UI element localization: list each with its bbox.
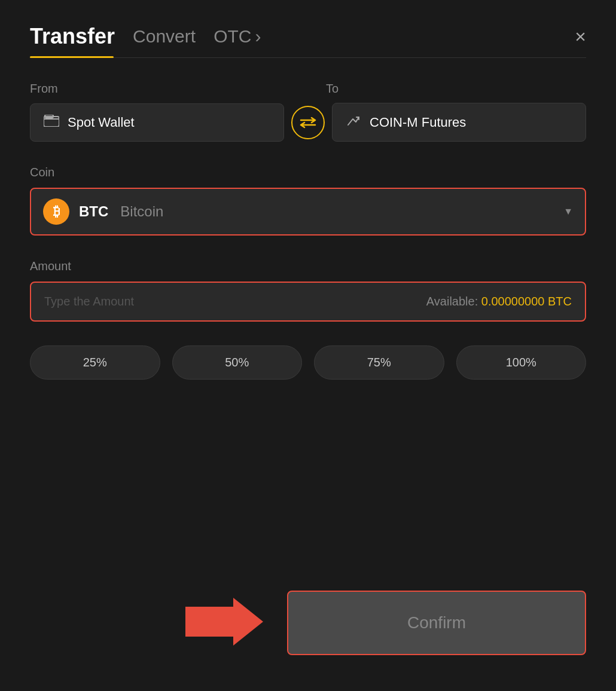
from-wallet-selector[interactable]: Spot Wallet [30,103,284,142]
to-wallet-selector[interactable]: COIN-M Futures [332,103,586,142]
from-wallet-text: Spot Wallet [68,115,135,130]
swap-button[interactable] [291,106,325,139]
percent-100-button[interactable]: 100% [456,346,587,380]
to-wallet-text: COIN-M Futures [370,115,466,130]
available-value: 0.00000000 BTC [481,295,572,308]
wallet-icon [44,115,59,130]
coin-selector[interactable]: ₿ BTC Bitcoin ▼ [30,188,586,236]
amount-section: Amount Type the Amount Available: 0.0000… [30,259,586,322]
tab-transfer[interactable]: Transfer [30,24,133,49]
swap-btn-container [284,106,332,139]
percent-75-button[interactable]: 75% [314,346,444,380]
tab-convert[interactable]: Convert [133,26,214,47]
confirm-button[interactable]: Confirm [287,591,586,655]
coin-label: Coin [30,166,586,179]
confirm-section: Confirm [30,591,586,655]
red-arrow-icon [185,592,263,652]
coin-symbol: BTC [79,203,108,220]
coin-chevron-down-icon: ▼ [563,206,573,217]
btc-icon: ₿ [43,198,69,225]
from-to-row: Spot Wallet COIN-M Futures [30,103,586,142]
amount-input-box[interactable]: Type the Amount Available: 0.00000000 BT… [30,282,586,322]
from-label: From [30,82,290,96]
tab-otc[interactable]: OTC › [214,26,261,47]
transfer-modal: Transfer Convert OTC › × From To [0,0,616,691]
futures-icon [346,114,361,130]
amount-label: Amount [30,259,586,273]
coin-fullname: Bitcoin [120,203,163,220]
available-text: Available: 0.00000000 BTC [426,295,572,308]
tab-underline-active [30,56,114,58]
to-label: To [326,82,586,96]
arrow-indicator [185,592,263,654]
modal-header: Transfer Convert OTC › × [30,24,586,49]
percent-row: 25% 50% 75% 100% [30,346,586,380]
from-to-section: From To Spot Wallet [30,82,586,142]
from-to-labels: From To [30,82,586,96]
svg-marker-2 [185,598,263,646]
percent-25-button[interactable]: 25% [30,346,160,380]
percent-50-button[interactable]: 50% [172,346,303,380]
close-button[interactable]: × [575,27,586,46]
amount-placeholder: Type the Amount [44,295,134,308]
otc-chevron-icon: › [255,26,261,47]
tab-underline [30,56,586,58]
coin-section: Coin ₿ BTC Bitcoin ▼ [30,166,586,236]
